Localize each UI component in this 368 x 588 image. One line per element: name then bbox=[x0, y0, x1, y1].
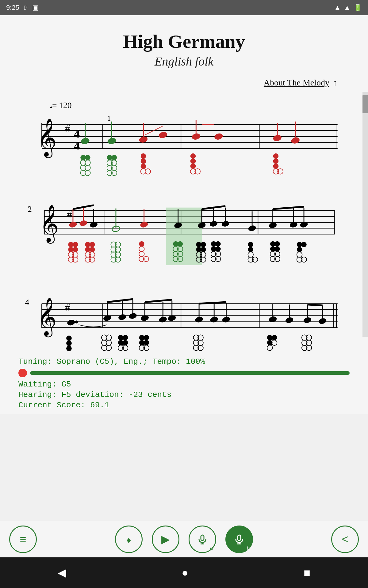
play-button[interactable]: ▶ bbox=[152, 526, 179, 553]
svg-point-131 bbox=[139, 246, 144, 251]
svg-point-240 bbox=[144, 335, 149, 341]
svg-text:#: # bbox=[67, 209, 72, 220]
svg-point-236 bbox=[123, 340, 128, 345]
battery-icon: 🔋 bbox=[354, 4, 362, 12]
signal-icon: ▲ bbox=[344, 4, 351, 12]
svg-point-159 bbox=[248, 242, 253, 247]
svg-text:4: 4 bbox=[74, 139, 80, 152]
svg-point-48 bbox=[141, 153, 146, 159]
svg-point-160 bbox=[248, 247, 253, 252]
svg-text:1: 1 bbox=[107, 114, 111, 122]
svg-point-100 bbox=[268, 222, 277, 229]
svg-text:4: 4 bbox=[25, 298, 29, 307]
mic-a-icon bbox=[197, 534, 208, 545]
android-back-button[interactable]: ◀ bbox=[58, 566, 66, 579]
score-area: 𝅘 = 120 𝄞 # 4 4 1 bbox=[12, 88, 356, 354]
svg-point-80 bbox=[79, 220, 88, 227]
svg-point-17 bbox=[80, 137, 90, 145]
waiting-line: Waiting: G5 bbox=[18, 380, 350, 389]
svg-point-132 bbox=[139, 251, 144, 257]
diamond-button[interactable]: ⬧ bbox=[115, 526, 143, 553]
tempo-line: Tuning: Soprano (C5), Eng.; Tempo: 100% bbox=[18, 357, 350, 366]
svg-rect-76 bbox=[166, 208, 202, 265]
back-icon: < bbox=[342, 533, 348, 546]
svg-text:𝄞: 𝄞 bbox=[37, 298, 57, 337]
progress-track[interactable] bbox=[30, 371, 350, 375]
svg-point-192 bbox=[67, 319, 75, 326]
svg-point-146 bbox=[201, 247, 206, 252]
svg-point-117 bbox=[90, 247, 95, 252]
svg-point-193 bbox=[75, 320, 78, 323]
svg-point-234 bbox=[123, 335, 128, 341]
svg-point-225 bbox=[66, 341, 72, 346]
android-recents-button[interactable]: ■ bbox=[304, 566, 310, 579]
svg-point-154 bbox=[215, 246, 220, 251]
current-score-line: Current Score: 69.1 bbox=[18, 401, 350, 410]
svg-point-49 bbox=[141, 158, 146, 164]
svg-point-174 bbox=[297, 247, 302, 252]
svg-point-197 bbox=[118, 314, 127, 321]
svg-text:𝅘 = 120: 𝅘 = 120 bbox=[50, 101, 71, 110]
svg-line-205 bbox=[145, 300, 172, 302]
svg-point-58 bbox=[273, 153, 279, 159]
svg-point-252 bbox=[272, 335, 277, 341]
svg-point-173 bbox=[301, 242, 306, 247]
scrollbar-thumb[interactable] bbox=[362, 95, 368, 113]
scrollbar[interactable] bbox=[362, 92, 368, 337]
svg-text:𝄞: 𝄞 bbox=[37, 119, 57, 158]
svg-point-224 bbox=[66, 336, 72, 341]
svg-rect-262 bbox=[201, 535, 204, 541]
diamond-icon: ⬧ bbox=[125, 533, 132, 546]
svg-point-93 bbox=[209, 220, 218, 227]
svg-point-165 bbox=[274, 241, 280, 247]
about-melody-link[interactable]: About The Melody bbox=[264, 78, 329, 88]
svg-point-29 bbox=[273, 134, 282, 142]
svg-point-27 bbox=[214, 133, 224, 141]
svg-point-115 bbox=[90, 242, 95, 247]
song-subtitle: English folk bbox=[12, 54, 356, 69]
svg-point-53 bbox=[190, 153, 196, 159]
svg-point-204 bbox=[159, 316, 167, 323]
back-button[interactable]: < bbox=[331, 526, 359, 553]
svg-point-242 bbox=[144, 340, 149, 345]
song-title: High Germany bbox=[12, 31, 356, 52]
svg-point-19 bbox=[107, 137, 117, 145]
podcast-icon: 𝙿 bbox=[24, 4, 28, 11]
svg-text:2: 2 bbox=[28, 205, 32, 214]
staff-row-1: 𝅘 = 120 𝄞 # 4 4 1 bbox=[18, 91, 350, 176]
play-icon: ▶ bbox=[161, 533, 170, 546]
svg-point-218 bbox=[285, 317, 294, 324]
status-time: 9:25 bbox=[6, 4, 19, 12]
staff-row-3: 4 𝄞 # bbox=[18, 268, 350, 354]
svg-line-103 bbox=[273, 207, 304, 209]
svg-text:4: 4 bbox=[74, 127, 80, 140]
menu-icon: ≡ bbox=[20, 533, 26, 546]
svg-point-25 bbox=[191, 133, 201, 141]
menu-button[interactable]: ≡ bbox=[9, 526, 37, 553]
mic-a-label: a bbox=[210, 545, 213, 551]
hearing-line: Hearing: F5 deviation: -23 cents bbox=[18, 390, 350, 399]
svg-point-60 bbox=[273, 164, 279, 169]
svg-point-200 bbox=[128, 312, 137, 320]
svg-text:#: # bbox=[65, 302, 70, 313]
svg-point-161 bbox=[248, 252, 253, 257]
svg-point-107 bbox=[73, 242, 78, 247]
about-arrow-icon: ↑ bbox=[333, 78, 337, 88]
svg-point-55 bbox=[190, 164, 196, 169]
info-area: Tuning: Soprano (C5), Eng.; Tempo: 100% … bbox=[12, 354, 356, 414]
progress-dot bbox=[18, 369, 27, 377]
svg-point-222 bbox=[318, 318, 327, 325]
status-bar: 9:25 𝙿 ▣ ▲ ▲ 🔋 bbox=[0, 0, 368, 15]
svg-point-175 bbox=[297, 252, 302, 257]
svg-point-59 bbox=[273, 158, 279, 164]
staff-row-2: 2 𝄞 # bbox=[18, 179, 350, 265]
svg-point-209 bbox=[194, 316, 203, 323]
progress-bar-row[interactable] bbox=[18, 369, 350, 377]
svg-text:𝄞: 𝄞 bbox=[40, 205, 59, 244]
mic-a-button[interactable]: a bbox=[189, 526, 216, 553]
svg-line-223 bbox=[308, 304, 323, 305]
mic-b-button[interactable]: b bbox=[225, 526, 253, 553]
android-home-button[interactable]: ● bbox=[182, 566, 188, 579]
svg-point-130 bbox=[139, 241, 144, 247]
svg-point-226 bbox=[66, 346, 72, 351]
